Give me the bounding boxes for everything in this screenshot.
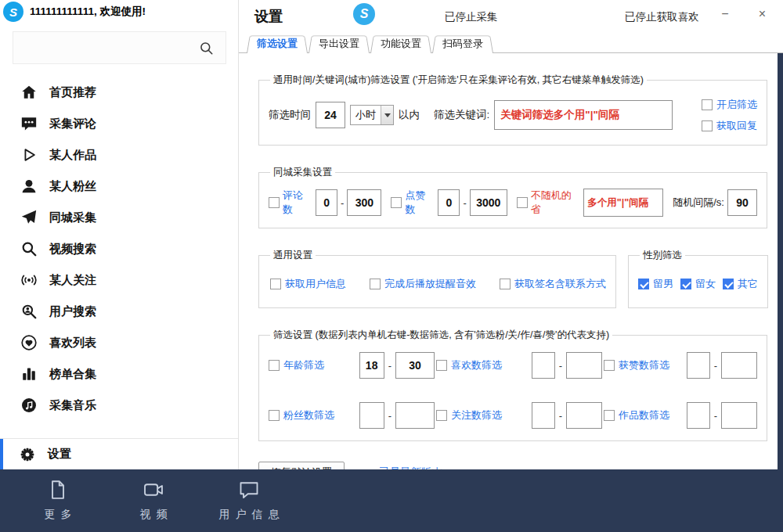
main-area: 设置 S 已停止采集 已停止获取喜欢 − × 筛选设置 导出设置 功能设置 扫码… [239, 0, 783, 469]
signature-contact-checkbox[interactable] [500, 279, 511, 289]
works-filter-checkbox[interactable] [604, 410, 615, 421]
user-icon [20, 178, 38, 195]
tab-export-settings[interactable]: 导出设置 [309, 34, 370, 53]
tab-qr-login[interactable]: 扫码登录 [432, 34, 493, 53]
fans-filter-checkbox[interactable] [269, 410, 280, 421]
sidebar-item-user-search[interactable]: 用户搜索 [0, 296, 238, 327]
toolbar-item-video[interactable]: 视频 [124, 479, 183, 522]
sidebar-item-collect-comments[interactable]: 采集评论 [0, 108, 238, 139]
search-input[interactable] [13, 31, 226, 64]
music-icon [20, 397, 38, 414]
like-count-label: 点赞数 [405, 189, 435, 217]
chevron-down-icon[interactable] [381, 106, 393, 124]
range-dash: - [341, 197, 344, 209]
get-user-info-checkbox[interactable] [270, 279, 281, 289]
fixed-province-checkbox[interactable] [517, 197, 528, 208]
sidebar-item-rankings[interactable]: 榜单合集 [0, 358, 238, 390]
app-logo-icon: S [3, 2, 23, 22]
age-min-input[interactable] [359, 352, 384, 379]
app-window: S 111111111111, 欢迎使用! 首页推荐 采集评论 某人作品 [0, 0, 783, 532]
sidebar-item-collect-music[interactable]: 采集音乐 [0, 390, 238, 421]
range-dash: - [388, 410, 392, 422]
follow-max-input[interactable] [566, 402, 602, 429]
tab-function-settings[interactable]: 功能设置 [370, 34, 431, 53]
enable-filter-checkbox[interactable] [702, 99, 713, 110]
range-dash: - [559, 360, 562, 372]
sidebar-item-label: 喜欢列表 [49, 336, 96, 350]
logo-letter: S [9, 5, 17, 19]
comment-min-input[interactable] [316, 189, 337, 216]
play-sound-checkbox[interactable] [370, 279, 381, 289]
search-icon[interactable] [197, 39, 215, 56]
fans-filter-group: 粉丝数筛选 - [269, 402, 435, 429]
other-gender-option[interactable]: 其它 [723, 277, 758, 291]
get-user-info-option[interactable]: 获取用户信息 [270, 277, 346, 291]
random-interval-input[interactable] [727, 189, 757, 216]
comment-max-input[interactable] [347, 189, 381, 216]
likes-filter-checkbox[interactable] [436, 360, 447, 371]
province-input[interactable] [583, 189, 663, 217]
comment-count-checkbox[interactable] [269, 197, 280, 208]
keep-female-option[interactable]: 留女 [680, 277, 716, 291]
tab-filter-settings[interactable]: 筛选设置 [247, 34, 308, 53]
works-min-input[interactable] [687, 402, 710, 429]
restore-defaults-button[interactable]: 恢复默认设置 [258, 462, 345, 469]
fans-min-input[interactable] [359, 402, 384, 429]
follow-min-input[interactable] [532, 402, 555, 429]
keyword-filter-input[interactable] [494, 100, 673, 130]
city-collect-fieldset: 同城采集设置 评论数 - 点赞数 - 不随机的省 随机间隔/s: [258, 166, 767, 228]
other-gender-checkbox[interactable] [723, 279, 734, 289]
age-filter-checkbox[interactable] [269, 360, 280, 371]
likes-status-text: 已停止获取喜欢 [625, 10, 699, 24]
likes-min-input[interactable] [532, 352, 555, 379]
fans-max-input[interactable] [395, 402, 435, 429]
time-unit-select[interactable]: 小时 [350, 105, 394, 125]
sidebar-item-user-fans[interactable]: 某人粉丝 [0, 171, 238, 202]
latest-version-link[interactable]: 已是最新版本 [379, 466, 442, 469]
home-icon [20, 84, 38, 101]
likes-max-input[interactable] [566, 352, 602, 379]
gear-icon [19, 446, 36, 463]
like-count-checkbox[interactable] [391, 197, 402, 208]
sidebar-item-likes-list[interactable]: 喜欢列表 [0, 327, 238, 358]
keep-male-option[interactable]: 留男 [638, 277, 673, 291]
received-likes-filter-group: 获赞数筛选 - [604, 352, 757, 379]
signature-contact-option[interactable]: 获取签名含联系方式 [500, 277, 606, 291]
received-likes-filter-checkbox[interactable] [604, 360, 615, 371]
sidebar-item-city-collect[interactable]: 同城采集 [0, 202, 238, 233]
received-min-input[interactable] [687, 352, 710, 379]
sidebar-item-home-recommend[interactable]: 首页推荐 [0, 77, 238, 108]
keep-female-checkbox[interactable] [680, 279, 691, 289]
sidebar-item-label: 首页推荐 [49, 85, 96, 100]
chat-icon [238, 479, 260, 504]
sidebar-item-label: 某人粉丝 [49, 179, 96, 194]
scrollbar[interactable] [778, 53, 783, 469]
get-reply-option[interactable]: 获取回复 [702, 119, 757, 133]
play-sound-option[interactable]: 完成后播放提醒音效 [370, 277, 476, 291]
sidebar-item-label: 某人关注 [49, 273, 96, 288]
sidebar-item-label: 同城采集 [49, 210, 96, 225]
works-max-input[interactable] [721, 402, 757, 429]
sidebar-item-label: 某人作品 [49, 148, 96, 163]
like-max-input[interactable] [470, 189, 507, 216]
get-reply-checkbox[interactable] [702, 120, 713, 131]
sidebar-item-video-search[interactable]: 视频搜索 [0, 233, 238, 264]
sidebar-item-user-works[interactable]: 某人作品 [0, 139, 238, 171]
filter-time-label: 筛选时间 [269, 108, 311, 122]
received-max-input[interactable] [721, 352, 757, 379]
range-dash: - [714, 360, 717, 372]
age-max-input[interactable] [395, 352, 435, 379]
toolbar-item-user-info[interactable]: 用户信息 [219, 479, 279, 522]
close-button[interactable]: × [756, 6, 769, 22]
follow-filter-checkbox[interactable] [436, 410, 447, 421]
sidebar-menu: 首页推荐 采集评论 某人作品 某人粉丝 同城采集 视频搜索 [0, 69, 238, 438]
enable-filter-option[interactable]: 开启筛选 [702, 98, 757, 112]
filter-time-input[interactable] [316, 102, 345, 128]
sidebar-item-user-follows[interactable]: 某人关注 [0, 264, 238, 296]
sidebar-item-settings[interactable]: 设置 [0, 438, 238, 469]
minimize-button[interactable]: − [718, 6, 731, 22]
like-min-input[interactable] [438, 189, 460, 216]
toolbar-item-more[interactable]: 更多 [28, 479, 88, 522]
keep-male-checkbox[interactable] [638, 279, 649, 289]
range-dash: - [714, 410, 717, 422]
